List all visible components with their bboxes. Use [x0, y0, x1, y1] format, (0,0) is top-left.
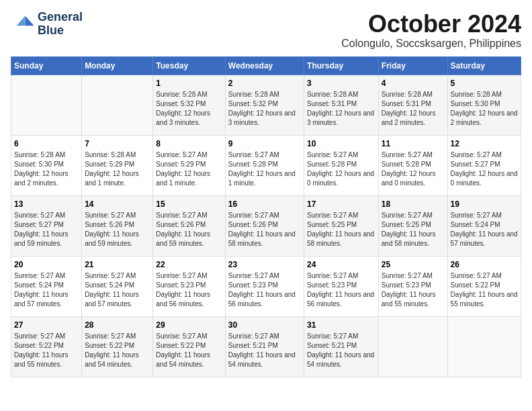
- day-info: Sunrise: 5:27 AM Sunset: 5:24 PM Dayligh…: [451, 211, 518, 248]
- calendar-week-row: 1Sunrise: 5:28 AM Sunset: 5:32 PM Daylig…: [11, 75, 521, 135]
- calendar-cell: [378, 316, 447, 377]
- calendar-cell: 16Sunrise: 5:27 AM Sunset: 5:26 PM Dayli…: [225, 195, 304, 256]
- calendar-cell: 2Sunrise: 5:28 AM Sunset: 5:32 PM Daylig…: [225, 75, 304, 135]
- calendar-cell: 17Sunrise: 5:27 AM Sunset: 5:25 PM Dayli…: [304, 195, 379, 256]
- day-info: Sunrise: 5:28 AM Sunset: 5:32 PM Dayligh…: [156, 90, 222, 128]
- day-info: Sunrise: 5:27 AM Sunset: 5:25 PM Dayligh…: [382, 211, 445, 248]
- day-number: 11: [382, 138, 445, 150]
- day-info: Sunrise: 5:27 AM Sunset: 5:23 PM Dayligh…: [228, 271, 301, 309]
- calendar-cell: [11, 75, 82, 135]
- day-number: 13: [14, 199, 79, 210]
- day-number: 24: [307, 259, 375, 271]
- day-info: Sunrise: 5:27 AM Sunset: 5:22 PM Dayligh…: [451, 271, 518, 309]
- day-number: 26: [451, 259, 518, 271]
- day-info: Sunrise: 5:27 AM Sunset: 5:24 PM Dayligh…: [14, 271, 79, 309]
- day-number: 28: [85, 320, 150, 331]
- calendar-cell: 7Sunrise: 5:28 AM Sunset: 5:29 PM Daylig…: [82, 135, 153, 195]
- calendar-cell: 5Sunrise: 5:28 AM Sunset: 5:30 PM Daylig…: [447, 75, 521, 135]
- day-info: Sunrise: 5:28 AM Sunset: 5:29 PM Dayligh…: [85, 150, 150, 188]
- day-number: 17: [307, 199, 375, 210]
- calendar-week-row: 13Sunrise: 5:27 AM Sunset: 5:27 PM Dayli…: [11, 195, 521, 256]
- calendar-cell: [82, 75, 153, 135]
- header-row: SundayMondayTuesdayWednesdayThursdayFrid…: [11, 56, 521, 75]
- day-info: Sunrise: 5:27 AM Sunset: 5:22 PM Dayligh…: [14, 332, 79, 369]
- calendar-cell: 19Sunrise: 5:27 AM Sunset: 5:24 PM Dayli…: [447, 195, 521, 256]
- logo: General Blue: [11, 11, 83, 38]
- calendar-cell: 14Sunrise: 5:27 AM Sunset: 5:26 PM Dayli…: [82, 195, 153, 256]
- day-number: 22: [156, 259, 222, 271]
- header-day: Saturday: [447, 56, 521, 75]
- calendar-cell: 6Sunrise: 5:28 AM Sunset: 5:30 PM Daylig…: [11, 135, 82, 195]
- day-number: 25: [382, 259, 445, 271]
- day-info: Sunrise: 5:28 AM Sunset: 5:30 PM Dayligh…: [14, 150, 79, 188]
- day-number: 12: [451, 138, 518, 150]
- calendar-cell: 9Sunrise: 5:27 AM Sunset: 5:28 PM Daylig…: [225, 135, 304, 195]
- calendar-cell: 24Sunrise: 5:27 AM Sunset: 5:23 PM Dayli…: [304, 256, 379, 316]
- day-info: Sunrise: 5:27 AM Sunset: 5:26 PM Dayligh…: [156, 211, 222, 248]
- calendar-cell: 25Sunrise: 5:27 AM Sunset: 5:23 PM Dayli…: [378, 256, 447, 316]
- day-number: 8: [156, 138, 222, 150]
- calendar-cell: 12Sunrise: 5:27 AM Sunset: 5:27 PM Dayli…: [447, 135, 521, 195]
- calendar-cell: 1Sunrise: 5:28 AM Sunset: 5:32 PM Daylig…: [153, 75, 225, 135]
- day-number: 3: [307, 78, 375, 89]
- page-header: General Blue October 2024 Colongulo, Soc…: [11, 11, 521, 50]
- header-day: Thursday: [304, 56, 379, 75]
- calendar-cell: 26Sunrise: 5:27 AM Sunset: 5:22 PM Dayli…: [447, 256, 521, 316]
- calendar-week-row: 27Sunrise: 5:27 AM Sunset: 5:22 PM Dayli…: [11, 316, 521, 377]
- day-number: 23: [228, 259, 301, 271]
- day-number: 21: [85, 259, 150, 271]
- calendar-cell: 3Sunrise: 5:28 AM Sunset: 5:31 PM Daylig…: [304, 75, 379, 135]
- calendar-cell: 11Sunrise: 5:27 AM Sunset: 5:28 PM Dayli…: [378, 135, 447, 195]
- day-info: Sunrise: 5:27 AM Sunset: 5:22 PM Dayligh…: [85, 332, 150, 369]
- day-number: 5: [451, 78, 518, 89]
- day-number: 27: [14, 320, 79, 331]
- header-day: Wednesday: [225, 56, 304, 75]
- calendar-table: SundayMondayTuesdayWednesdayThursdayFrid…: [11, 56, 521, 377]
- calendar-cell: 29Sunrise: 5:27 AM Sunset: 5:22 PM Dayli…: [153, 316, 225, 377]
- day-info: Sunrise: 5:27 AM Sunset: 5:21 PM Dayligh…: [228, 332, 301, 369]
- calendar-cell: 15Sunrise: 5:27 AM Sunset: 5:26 PM Dayli…: [153, 195, 225, 256]
- day-info: Sunrise: 5:28 AM Sunset: 5:31 PM Dayligh…: [382, 90, 445, 128]
- day-number: 4: [382, 78, 445, 89]
- day-info: Sunrise: 5:27 AM Sunset: 5:27 PM Dayligh…: [451, 150, 518, 188]
- day-info: Sunrise: 5:27 AM Sunset: 5:28 PM Dayligh…: [307, 150, 375, 188]
- day-number: 1: [156, 78, 222, 89]
- day-number: 10: [307, 138, 375, 150]
- logo-icon: [11, 12, 35, 36]
- day-info: Sunrise: 5:27 AM Sunset: 5:26 PM Dayligh…: [228, 211, 301, 248]
- day-info: Sunrise: 5:27 AM Sunset: 5:27 PM Dayligh…: [14, 211, 79, 248]
- calendar-cell: 18Sunrise: 5:27 AM Sunset: 5:25 PM Dayli…: [378, 195, 447, 256]
- calendar-cell: 30Sunrise: 5:27 AM Sunset: 5:21 PM Dayli…: [225, 316, 304, 377]
- calendar-cell: 20Sunrise: 5:27 AM Sunset: 5:24 PM Dayli…: [11, 256, 82, 316]
- day-number: 31: [307, 320, 375, 331]
- day-number: 9: [228, 138, 301, 150]
- day-info: Sunrise: 5:27 AM Sunset: 5:23 PM Dayligh…: [156, 271, 222, 309]
- day-info: Sunrise: 5:28 AM Sunset: 5:32 PM Dayligh…: [228, 90, 301, 128]
- day-info: Sunrise: 5:27 AM Sunset: 5:28 PM Dayligh…: [228, 150, 301, 188]
- day-number: 29: [156, 320, 222, 331]
- calendar-week-row: 20Sunrise: 5:27 AM Sunset: 5:24 PM Dayli…: [11, 256, 521, 316]
- svg-marker-0: [26, 16, 34, 26]
- title-section: October 2024 Colongulo, Soccsksargen, Ph…: [341, 11, 521, 50]
- day-number: 2: [228, 78, 301, 89]
- day-number: 20: [14, 259, 79, 271]
- month-title: October 2024: [341, 11, 521, 38]
- day-number: 14: [85, 199, 150, 210]
- calendar-cell: 4Sunrise: 5:28 AM Sunset: 5:31 PM Daylig…: [378, 75, 447, 135]
- day-number: 16: [228, 199, 301, 210]
- day-info: Sunrise: 5:27 AM Sunset: 5:26 PM Dayligh…: [85, 211, 150, 248]
- day-info: Sunrise: 5:27 AM Sunset: 5:23 PM Dayligh…: [307, 271, 375, 309]
- svg-marker-1: [17, 16, 26, 26]
- calendar-cell: 31Sunrise: 5:27 AM Sunset: 5:21 PM Dayli…: [304, 316, 379, 377]
- day-number: 18: [382, 199, 445, 210]
- calendar-cell: [447, 316, 521, 377]
- day-info: Sunrise: 5:28 AM Sunset: 5:30 PM Dayligh…: [451, 90, 518, 128]
- header-day: Sunday: [11, 56, 82, 75]
- day-info: Sunrise: 5:27 AM Sunset: 5:29 PM Dayligh…: [156, 150, 222, 188]
- day-info: Sunrise: 5:28 AM Sunset: 5:31 PM Dayligh…: [307, 90, 375, 128]
- day-number: 15: [156, 199, 222, 210]
- calendar-cell: 27Sunrise: 5:27 AM Sunset: 5:22 PM Dayli…: [11, 316, 82, 377]
- calendar-cell: 8Sunrise: 5:27 AM Sunset: 5:29 PM Daylig…: [153, 135, 225, 195]
- day-number: 30: [228, 320, 301, 331]
- day-info: Sunrise: 5:27 AM Sunset: 5:24 PM Dayligh…: [85, 271, 150, 309]
